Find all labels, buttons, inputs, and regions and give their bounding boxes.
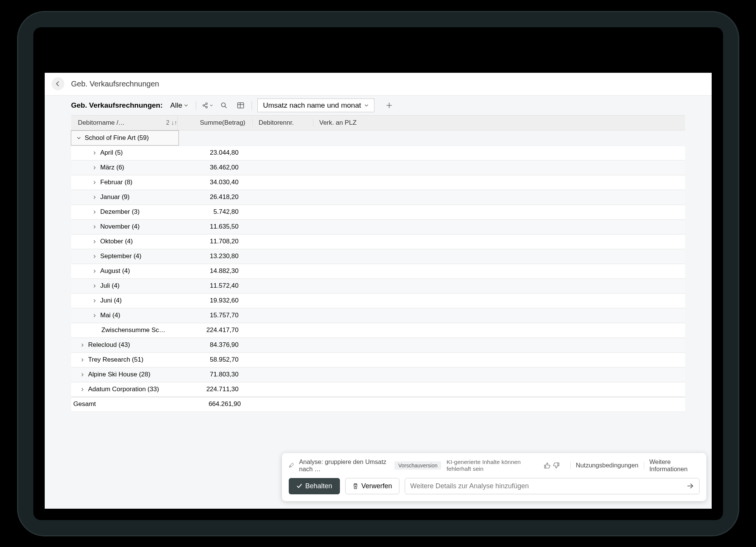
analysis-tab-label: Umsatz nach name und monat	[263, 101, 361, 110]
page-title: Geb. Verkaufsrechnungen	[71, 80, 159, 88]
app-window: Geb. Verkaufsrechnungen Geb. Verkaufsrec…	[45, 73, 712, 509]
row-sum: 14.882,30	[177, 267, 246, 275]
table-row[interactable]: September (4)13.230,80	[71, 249, 685, 264]
total-label: Gesamt	[74, 400, 96, 408]
search-icon	[220, 102, 228, 109]
terms-link[interactable]: Nutzungsbedingungen	[576, 462, 639, 469]
filter-value: Alle	[170, 101, 182, 110]
row-sum: 224.711,30	[177, 386, 246, 393]
column-header-sum[interactable]: Summe(Betrag)	[184, 119, 252, 127]
keep-button[interactable]: Behalten	[289, 478, 340, 494]
back-button[interactable]	[52, 77, 64, 90]
toolbar: Geb. Verkaufsrechnungen: Alle Umsatz nac…	[71, 96, 685, 115]
table-row[interactable]: August (4)14.882,30	[71, 264, 685, 279]
row-label: Alpine Ski House (28)	[88, 371, 150, 378]
row-sum: 11.572,40	[177, 282, 246, 290]
row-sum: 84.376,90	[177, 341, 246, 349]
svg-rect-4	[238, 103, 244, 108]
row-sum: 58.952,70	[177, 356, 246, 364]
thumbs-down-button[interactable]	[553, 462, 560, 469]
more-info-link[interactable]: Weitere Informationen	[649, 458, 699, 473]
column-header-plz[interactable]: Verk. an PLZ	[313, 119, 374, 127]
chevron-right-icon	[92, 195, 97, 199]
row-sum: 5.742,80	[177, 208, 246, 216]
table-row[interactable]: Oktober (4)11.708,20	[71, 234, 685, 249]
row-label: Februar (8)	[100, 179, 133, 186]
chevron-right-icon	[92, 299, 97, 303]
chevron-down-icon	[364, 103, 369, 108]
row-sum: 36.462,00	[177, 164, 246, 171]
add-tab-button[interactable]	[380, 102, 399, 109]
copilot-info-bar: Analyse: gruppiere den Umsatz nach … Vor…	[289, 458, 700, 473]
thumbs-up-icon	[544, 462, 551, 469]
table-row[interactable]: Juli (4)11.572,40	[71, 279, 685, 293]
submit-button[interactable]	[686, 482, 694, 490]
row-label: April (5)	[100, 149, 123, 157]
chevron-right-icon	[92, 269, 97, 273]
table-row[interactable]: Mai (4)15.757,70	[71, 308, 685, 323]
check-icon	[296, 483, 302, 489]
table-row[interactable]: Juni (4)19.932,60	[71, 293, 685, 308]
table-row[interactable]: März (6)36.462,00	[71, 160, 685, 175]
table-row[interactable]: Relecloud (43)84.376,90	[71, 338, 685, 353]
row-sum: 26.418,20	[177, 193, 246, 201]
column-header-debitor-no[interactable]: Debitorennr.	[252, 119, 313, 127]
table-header: Debitorname /… 2 ↓↑ Summe(Betrag) Debito…	[71, 115, 685, 130]
chevron-right-icon	[92, 166, 97, 170]
svg-point-2	[206, 106, 207, 108]
row-label: Mai (4)	[100, 312, 121, 319]
chevron-right-icon	[92, 284, 97, 288]
chevron-down-icon	[184, 103, 188, 108]
chevron-right-icon	[80, 373, 85, 377]
svg-point-3	[221, 103, 225, 107]
search-button[interactable]	[218, 100, 230, 111]
row-label: März (6)	[100, 164, 124, 171]
prompt-input[interactable]	[410, 482, 686, 490]
svg-point-0	[203, 104, 204, 106]
toolbar-label: Geb. Verkaufsrechnungen:	[71, 101, 163, 110]
subtotal-value: 224.417,70	[177, 326, 246, 334]
row-sum: 11.708,20	[177, 238, 246, 245]
table-row[interactable]: Adatum Corporation (33)224.711,30	[71, 382, 685, 397]
svg-point-1	[206, 103, 207, 104]
subtotal-row: Zwischensumme Sc… 224.417,70	[71, 323, 685, 338]
column-header-name[interactable]: Debitorname /… 2 ↓↑	[71, 119, 177, 127]
row-label: Dezember (3)	[100, 208, 140, 216]
row-label: Trey Research (51)	[88, 356, 144, 364]
chevron-right-icon	[80, 387, 85, 392]
table-row[interactable]: Alpine Ski House (28)71.803,30	[71, 367, 685, 382]
prompt-input-wrapper[interactable]	[405, 478, 700, 494]
app-header: Geb. Verkaufsrechnungen	[45, 73, 712, 96]
total-row: Gesamt 664.261,90	[71, 397, 685, 412]
tablet-screen: Geb. Verkaufsrechnungen Geb. Verkaufsrec…	[33, 27, 723, 520]
row-label: November (4)	[100, 223, 140, 230]
table-row[interactable]: Februar (8)34.030,40	[71, 175, 685, 190]
analysis-mode-button[interactable]	[235, 100, 246, 111]
table-row[interactable]: Dezember (3)5.742,80	[71, 205, 685, 219]
table-row[interactable]: April (5)23.044,80	[71, 146, 685, 160]
trash-icon	[352, 483, 358, 489]
analysis-tab[interactable]: Umsatz nach name und monat	[257, 99, 374, 112]
content-area: Geb. Verkaufsrechnungen: Alle Umsatz nac…	[45, 96, 712, 509]
row-label: Juli (4)	[100, 282, 120, 290]
chevron-down-icon	[210, 103, 213, 107]
table-row[interactable]: Januar (9)26.418,20	[71, 190, 685, 205]
chevron-right-icon	[92, 240, 97, 244]
analysis-description: Analyse: gruppiere den Umsatz nach …	[299, 458, 389, 473]
filter-dropdown[interactable]: Alle	[168, 100, 191, 111]
thumbs-up-button[interactable]	[544, 462, 551, 469]
table-row[interactable]: Trey Research (51)58.952,70	[71, 353, 685, 367]
row-label: Relecloud (43)	[88, 341, 130, 349]
chevron-right-icon	[80, 358, 85, 362]
row-label: Adatum Corporation (33)	[88, 386, 159, 393]
chevron-right-icon	[92, 225, 97, 229]
arrow-right-icon	[686, 482, 694, 490]
preview-badge: Vorschauversion	[394, 461, 441, 470]
table-row[interactable]: November (4)11.635,50	[71, 219, 685, 234]
group-row-school-of-fine-art[interactable]: School of Fine Art (59)	[71, 130, 179, 146]
row-sum: 34.030,40	[177, 179, 246, 186]
chevron-right-icon	[92, 151, 97, 155]
row-sum: 13.230,80	[177, 252, 246, 260]
discard-button[interactable]: Verwerfen	[345, 478, 399, 494]
share-button[interactable]	[202, 100, 213, 111]
